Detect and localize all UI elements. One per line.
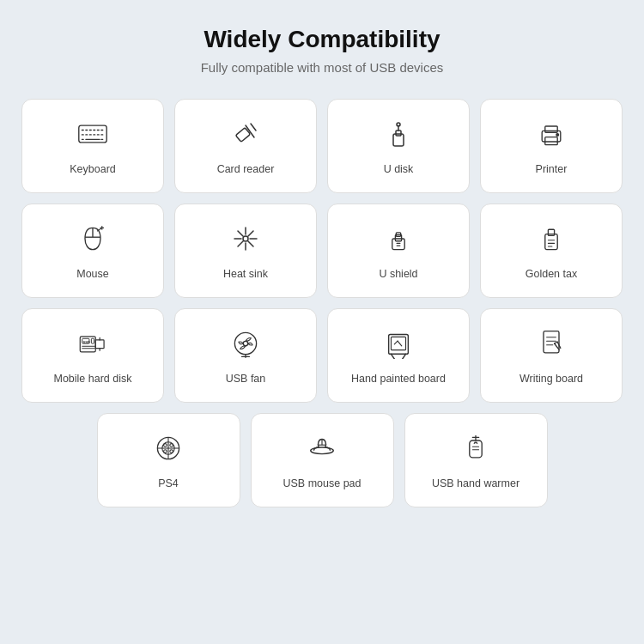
ps4-icon	[153, 433, 184, 468]
card-usb-hand-warmer: USB hand warmer	[404, 413, 548, 507]
svg-point-60	[234, 332, 256, 354]
card-u-shield: U shield	[327, 204, 470, 298]
u-shield-icon	[383, 223, 414, 258]
mouse-label: Mouse	[76, 267, 109, 283]
page-subtitle: Fully compatible with most of USB device…	[201, 60, 444, 75]
svg-point-61	[243, 341, 247, 345]
devices-grid-row1: Keyboard Card reader U disk	[21, 99, 623, 403]
svg-point-32	[243, 236, 248, 241]
card-mouse: Mouse	[21, 204, 164, 298]
printer-label: Printer	[536, 162, 568, 178]
svg-line-69	[403, 354, 406, 359]
card-card-reader: Card reader	[174, 99, 317, 193]
card-writing-board: Writing board	[480, 308, 623, 403]
svg-rect-24	[545, 137, 557, 144]
card-mobile-hard-disk: SSD Mobile hard disk	[21, 308, 164, 403]
u-shield-label: U shield	[379, 267, 417, 283]
svg-rect-20	[396, 131, 401, 136]
usb-fan-label: USB fan	[226, 372, 266, 387]
svg-line-67	[398, 341, 402, 346]
page-title: Widely Compatibility	[204, 26, 440, 53]
keyboard-label: Keyboard	[70, 162, 116, 178]
golden-tax-icon	[536, 223, 567, 258]
card-u-disk: U disk	[327, 99, 470, 193]
golden-tax-label: Golden tax	[526, 267, 577, 283]
usb-fan-icon	[230, 328, 261, 363]
svg-rect-65	[391, 337, 405, 349]
svg-point-26	[556, 133, 559, 136]
svg-point-83	[164, 450, 167, 453]
card-usb-fan: USB fan	[174, 308, 317, 403]
mobile-hard-disk-icon: SSD	[77, 328, 108, 363]
heat-sink-icon	[230, 223, 261, 258]
card-golden-tax: Golden tax	[480, 204, 623, 298]
svg-point-22	[397, 123, 400, 126]
svg-rect-54	[91, 338, 94, 343]
card-ps4: PS4	[97, 413, 240, 507]
card-hand-painted-board: Hand painted board	[327, 308, 470, 403]
svg-rect-46	[545, 234, 557, 249]
writing-board-icon	[536, 328, 567, 363]
svg-rect-25	[545, 126, 557, 132]
svg-line-37	[238, 231, 243, 236]
svg-line-68	[391, 354, 394, 359]
ps4-label: PS4	[158, 477, 179, 492]
svg-line-66	[394, 341, 398, 344]
printer-icon	[536, 118, 567, 154]
svg-line-40	[238, 241, 243, 246]
svg-line-18	[251, 124, 256, 131]
usb-mouse-pad-label: USB mouse pad	[283, 477, 361, 492]
usb-hand-warmer-label: USB hand warmer	[432, 477, 519, 492]
svg-line-38	[248, 241, 253, 246]
svg-rect-57	[95, 340, 104, 349]
card-keyboard: Keyboard	[21, 99, 164, 193]
hand-painted-board-icon	[383, 328, 414, 363]
mouse-icon	[77, 223, 108, 258]
svg-text:SSD: SSD	[83, 340, 90, 344]
usb-hand-warmer-icon	[460, 433, 491, 468]
svg-point-84	[170, 450, 173, 453]
svg-line-76	[555, 342, 558, 343]
u-disk-label: U disk	[384, 162, 414, 178]
card-usb-mouse-pad: USB mouse pad	[251, 413, 394, 507]
card-reader-label: Card reader	[217, 162, 275, 178]
mobile-hard-disk-label: Mobile hard disk	[53, 372, 131, 387]
card-reader-icon	[230, 118, 261, 154]
svg-point-82	[170, 443, 173, 447]
card-heat-sink: Heat sink	[174, 204, 317, 298]
hand-painted-board-label: Hand painted board	[351, 372, 446, 387]
svg-rect-41	[392, 239, 404, 250]
writing-board-label: Writing board	[519, 372, 583, 387]
u-disk-icon	[383, 118, 414, 154]
svg-point-81	[164, 443, 167, 447]
heat-sink-label: Heat sink	[223, 267, 268, 283]
keyboard-icon	[77, 118, 108, 154]
card-printer: Printer	[480, 99, 623, 193]
devices-grid-row4: PS4 USB mouse pad	[97, 413, 548, 507]
svg-line-39	[248, 231, 253, 236]
usb-mouse-pad-icon	[307, 433, 337, 468]
svg-rect-47	[548, 229, 554, 235]
